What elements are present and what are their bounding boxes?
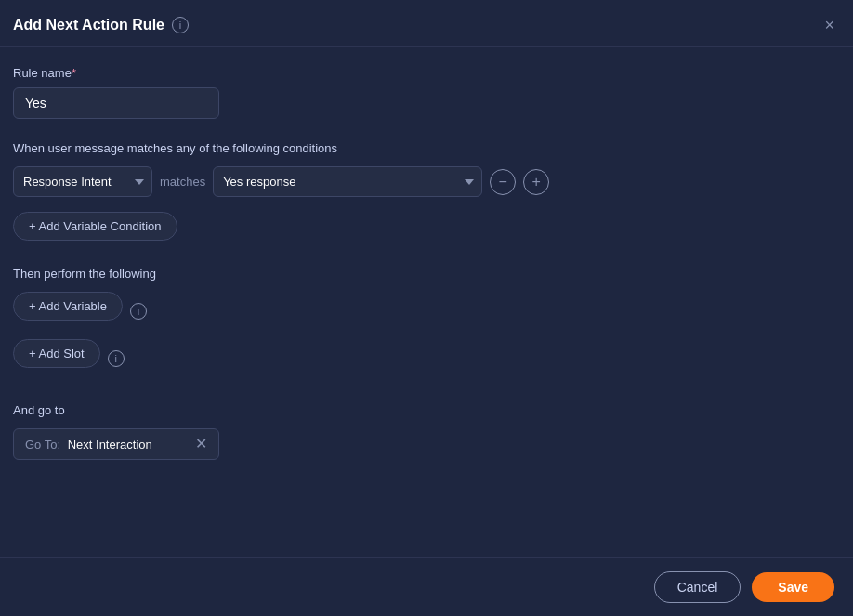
modal-header: Add Next Action Rule i × (0, 0, 853, 47)
go-to-clear-button[interactable]: ✕ (195, 437, 207, 452)
perform-section: Then perform the following + Add Variabl… (13, 267, 840, 377)
rule-name-label: Rule name* (13, 66, 840, 80)
add-variable-row: + Add Variable i (13, 292, 840, 330)
go-to-section-title: And go to (13, 403, 840, 417)
add-variable-condition-button[interactable]: + Add Variable Condition (13, 212, 177, 241)
save-button[interactable]: Save (752, 572, 834, 602)
close-button[interactable]: × (824, 17, 834, 33)
yes-response-select[interactable]: Yes response No response Other (213, 166, 482, 197)
add-slot-row: + Add Slot i (13, 339, 840, 377)
add-variable-button[interactable]: + Add Variable (13, 292, 123, 321)
go-to-section: And go to Go To: Next Interaction ✕ (13, 403, 840, 460)
response-intent-select[interactable]: Response Intent Keyword Variable (13, 166, 152, 197)
modal-info-icon[interactable]: i (172, 17, 189, 33)
go-to-prefix: Go To: (25, 438, 60, 452)
add-condition-button[interactable]: + (523, 169, 549, 195)
remove-condition-button[interactable]: − (490, 169, 516, 195)
condition-row: Response Intent Keyword Variable matches… (13, 166, 840, 197)
conditions-section: When user message matches any of the fol… (13, 141, 840, 241)
conditions-section-title: When user message matches any of the fol… (13, 141, 840, 155)
cancel-button[interactable]: Cancel (654, 571, 741, 603)
modal-title: Add Next Action Rule (13, 17, 164, 33)
add-slot-button[interactable]: + Add Slot (13, 339, 100, 368)
add-slot-info-icon[interactable]: i (108, 350, 125, 367)
perform-section-title: Then perform the following (13, 267, 840, 281)
modal-body: Rule name* When user message matches any… (0, 47, 853, 557)
add-variable-info-icon[interactable]: i (130, 303, 147, 320)
modal-footer: Cancel Save (0, 557, 853, 616)
modal-header-left: Add Next Action Rule i (13, 17, 189, 33)
rule-name-field: Rule name* (13, 66, 840, 119)
matches-label: matches (160, 175, 205, 189)
go-to-value: Next Interaction (68, 438, 152, 452)
rule-name-input[interactable] (13, 87, 219, 119)
modal: Add Next Action Rule i × Rule name* When… (0, 0, 853, 616)
go-to-field[interactable]: Go To: Next Interaction ✕ (13, 428, 219, 460)
